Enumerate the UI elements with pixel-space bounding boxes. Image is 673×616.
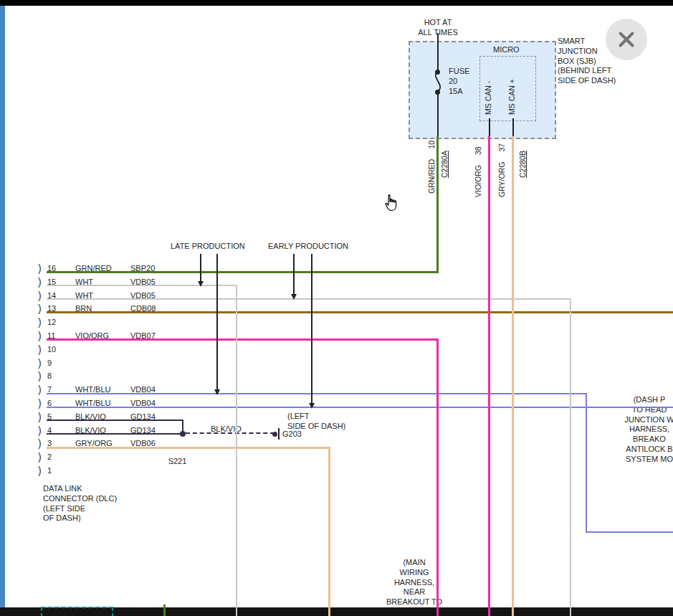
ms-can-plus-label: MS CAN +	[507, 79, 516, 115]
note-line: (LEFT	[287, 412, 345, 422]
wire-gry-org-pin3-vertical	[328, 447, 330, 616]
note-line: SIDE OF DASH)	[287, 422, 345, 432]
wire-ms-can-plus-stub	[512, 118, 514, 136]
splice-s221-dot	[180, 431, 186, 437]
note-line: BREAKO	[609, 435, 673, 445]
connector-label-c2280b: C2280B	[518, 151, 527, 178]
note-line: SIDE OF DASH)	[558, 76, 616, 86]
dlc-pin-row: )7WHT/BLUVDB04	[0, 383, 215, 397]
fuse-number: 20	[449, 77, 457, 85]
wire-label-grn-red-10: GRN/RED10	[427, 141, 436, 194]
fuse-label: FUSE	[449, 67, 469, 75]
dlc-pin-row: )8	[0, 369, 215, 384]
ground-g203-bar	[278, 428, 280, 440]
dlc-pin-row: )15WHTVDB05	[0, 275, 215, 290]
late-arrow-1-head	[198, 281, 204, 287]
connector-label-c2280a: C2280A	[440, 151, 449, 178]
pin-bracket: )	[38, 384, 42, 395]
wire-fuse-feed	[437, 33, 439, 72]
pin-bracket: )	[38, 370, 42, 382]
early-arrow-1-head	[291, 294, 297, 300]
pin-bracket: )	[38, 437, 42, 449]
wire-blk-vio-pin5-horizontal	[47, 420, 183, 421]
pin-bracket: )	[38, 303, 42, 314]
dlc-pin-row: )11VIO/ORGVDB07	[0, 329, 215, 343]
wire-wht-blu-pin7-horizontal	[47, 393, 587, 394]
wire-vio-org-sjb-vertical	[488, 136, 490, 616]
wire-grn-red-vertical	[436, 136, 439, 273]
wire-ms-can-minus-stub	[489, 118, 490, 136]
note-line: (DASH P	[609, 395, 673, 405]
pin-number: 9	[47, 359, 52, 367]
early-production-label: EARLY PRODUCTION	[268, 242, 348, 250]
wire-wht-blu-pin7-horizontal-2	[586, 531, 673, 533]
late-arrow-1	[200, 254, 201, 283]
mouse-cursor-hand	[383, 194, 398, 213]
ground-location-note: (LEFTSIDE OF DASH)	[287, 412, 345, 432]
pin-bracket: )	[38, 330, 42, 341]
dlc-label: DATA LINKCONNECTOR (DLC)(LEFT SIDEOF DAS…	[43, 484, 117, 523]
pin-bracket: )	[38, 276, 42, 288]
wire-label-vio-org-38: VIO/ORG38	[474, 146, 482, 197]
pin-number: 10	[47, 345, 56, 354]
note-line: (BEHIND LEFT	[558, 66, 616, 76]
note-line: HARNESS,	[609, 425, 673, 435]
wire-vio-org-pin11-horizontal	[47, 338, 439, 341]
wire-wht-pin15-vertical	[236, 285, 237, 616]
pin-bracket: )	[38, 316, 42, 328]
ms-can-minus-label: MS CAN -	[484, 81, 492, 115]
note-line: JUNCTION W	[609, 415, 673, 425]
dlc-pin-row: )6WHT/BLUVDB04	[0, 397, 215, 411]
dlc-pin-row: )14WHTVDB05	[0, 289, 215, 303]
wire-blk-vio-dashed-to-ground	[186, 432, 275, 434]
pin-bracket: )	[38, 343, 42, 355]
note-line: DATA LINK	[43, 484, 117, 494]
late-arrow-2	[216, 254, 218, 391]
wire-wht-pin14-vertical	[570, 298, 571, 616]
diagram-canvas[interactable]: HOT AT ALL TIMES MICRO FUSE 20 15A SMART…	[0, 0, 673, 616]
wire-grn-red-horizontal	[47, 271, 439, 273]
wire-wht-pin14-horizontal	[47, 298, 571, 300]
wire-gry-org-pin3-horizontal	[47, 447, 330, 449]
pin-bracket: )	[38, 425, 42, 436]
pin-bracket: )	[38, 357, 42, 369]
early-arrow-2	[311, 254, 312, 404]
window-top-border	[0, 0, 673, 6]
dlc-pin-row: )3GRY/ORGVDB06	[0, 437, 215, 451]
wire-label-gry-org-37: GRY/ORG37	[497, 143, 506, 197]
wire-fuse-out	[437, 93, 439, 136]
pin-number: 8	[47, 371, 52, 380]
pin-number: 2	[47, 452, 52, 461]
wire-vio-org-pin11-vertical	[436, 338, 439, 616]
note-line: CONNECTOR (DLC)	[43, 494, 117, 504]
splice-s221-label: S221	[133, 457, 222, 467]
micro-label: MICRO	[493, 45, 520, 54]
wire-brn-horizontal	[47, 311, 673, 313]
note-line: SYSTEM MO	[609, 455, 673, 465]
dlc-pin-row: )16GRN/REDSBP20	[0, 262, 215, 276]
pin-bracket: )	[38, 262, 42, 274]
dlc-pin-row: )12	[0, 316, 215, 330]
pin-bracket: )	[38, 465, 42, 476]
note-line: BOX (SJB)	[558, 57, 616, 67]
late-production-label: LATE PRODUCTION	[171, 242, 245, 250]
wire-gry-org-sjb-vertical	[512, 136, 514, 616]
splice-s221-note: S221	[133, 457, 222, 467]
note-line: OF DASH)	[43, 513, 117, 523]
pin-bracket: )	[38, 411, 42, 422]
right-harness-note: (DASH PTO HEADJUNCTION WHARNESS,BREAKOAN…	[609, 395, 673, 465]
pin-number: 1	[47, 466, 52, 475]
ground-g203-dot	[272, 432, 277, 437]
close-button[interactable]	[606, 19, 647, 60]
pin-bracket: )	[38, 451, 42, 463]
pin-bracket: )	[38, 290, 42, 301]
pin-number: 12	[47, 318, 56, 326]
dlc-pin-row: )13BRNCDB08	[0, 302, 215, 316]
early-arrow-2-head	[309, 403, 315, 409]
wire-wht-blu-pin6-horizontal	[47, 407, 673, 408]
fuse-terminal-dot	[435, 90, 440, 95]
pin-bracket: )	[38, 397, 42, 409]
wire-wht-blu-pin7-vertical	[586, 393, 587, 533]
wire-grn-red-bottom-stub	[163, 605, 166, 616]
late-arrow-2-head	[214, 389, 220, 395]
